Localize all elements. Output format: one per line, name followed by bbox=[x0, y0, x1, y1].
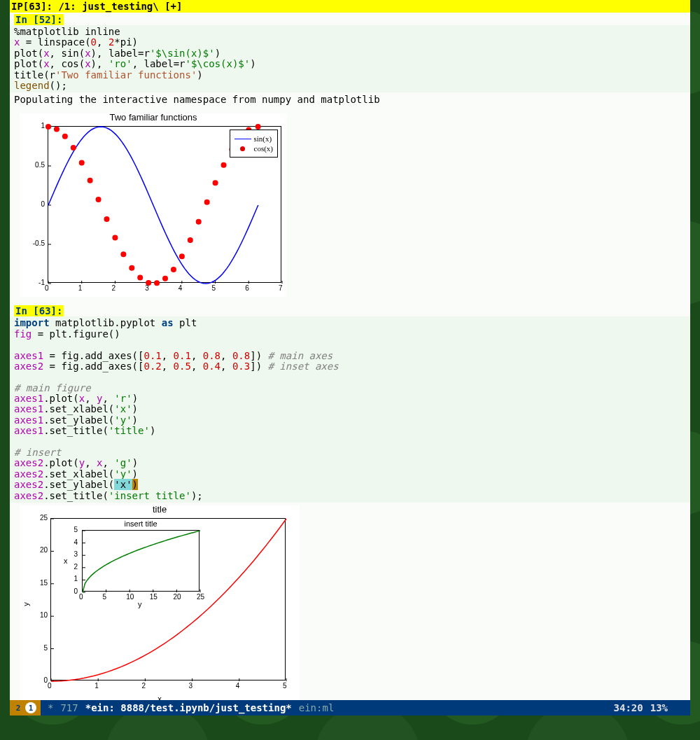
code-tok: , cos( bbox=[50, 58, 85, 69]
code-tok: ) bbox=[132, 468, 138, 480]
plot-2-axes: insert title 0510152025012345yx bbox=[50, 518, 286, 680]
code-tok: ]) bbox=[250, 361, 267, 372]
code-tok: ), label=r bbox=[91, 48, 150, 59]
inset-title: insert title bbox=[83, 519, 199, 528]
code-tok: as bbox=[162, 317, 174, 328]
svg-point-21 bbox=[112, 235, 118, 241]
code-tok: axes2 bbox=[14, 457, 43, 468]
modified-indicator: * bbox=[48, 702, 53, 713]
code-tok: , bbox=[102, 457, 114, 468]
code-tok: '$\cos(x)$' bbox=[185, 58, 250, 69]
svg-point-15 bbox=[62, 134, 68, 139]
code-tok: x bbox=[85, 48, 90, 59]
code-tok: legend bbox=[14, 80, 50, 91]
code-tok: .set_xlabel( bbox=[43, 403, 114, 414]
legend-item: cos(x) bbox=[234, 144, 274, 153]
code-tok: = linspace( bbox=[20, 36, 90, 48]
code-tok: 0.3 bbox=[232, 361, 250, 372]
svg-point-14 bbox=[54, 127, 59, 132]
plot-2-ylabel: y bbox=[22, 602, 30, 606]
code-tok: 0 bbox=[91, 36, 97, 48]
plot-1: Two familiar functions sin(x) cos(x) 012… bbox=[20, 113, 287, 297]
buffer-name[interactable]: *ein: 8888/test.ipynb/just_testing* bbox=[85, 702, 292, 713]
code-tok: .plot( bbox=[43, 393, 79, 404]
major-mode: ein:ml bbox=[299, 702, 335, 713]
code-tok: , bbox=[191, 350, 203, 361]
code-tok: axes1 bbox=[14, 425, 43, 436]
code-tok: plot( bbox=[14, 58, 43, 69]
svg-point-26 bbox=[154, 281, 160, 286]
code-line: %matplotlib inline bbox=[14, 26, 120, 37]
code-tok: x bbox=[85, 58, 90, 69]
code-tok: 0.1 bbox=[144, 350, 161, 361]
code-tok: 'y' bbox=[114, 414, 132, 426]
svg-point-20 bbox=[104, 216, 110, 222]
code-tok: 'title' bbox=[108, 425, 150, 436]
plot-2-xlabel: x bbox=[158, 694, 162, 700]
code-cell-1[interactable]: %matplotlib inline x = linspace(0, 2*pi)… bbox=[10, 25, 690, 92]
code-tok: 0.5 bbox=[174, 361, 191, 372]
code-tok: 0.4 bbox=[203, 361, 220, 372]
legend-line-icon bbox=[234, 139, 251, 139]
code-tok: , sin( bbox=[50, 48, 85, 59]
code-tok: # inset axes bbox=[268, 361, 339, 372]
plot-1-axes: sin(x) cos(x) bbox=[48, 126, 281, 283]
code-tok: axes2 bbox=[14, 490, 43, 501]
code-tok: axes2 bbox=[14, 479, 43, 490]
code-tok: , bbox=[97, 36, 108, 48]
editor-pane[interactable]: IP[63]: /1: just_testing\ [+] In [52]: %… bbox=[10, 0, 690, 700]
code-tok: = fig.add_axes([ bbox=[43, 350, 144, 361]
svg-point-28 bbox=[171, 267, 176, 272]
code-tok: ) bbox=[197, 69, 202, 81]
code-tok: 0.8 bbox=[232, 350, 250, 361]
code-tok: (); bbox=[50, 80, 67, 91]
line-count: 717 bbox=[60, 702, 78, 713]
legend-label: cos(x) bbox=[254, 144, 274, 153]
workspace-num: 2 bbox=[13, 702, 24, 713]
svg-point-17 bbox=[79, 160, 85, 166]
title-bar: IP[63]: /1: just_testing\ [+] bbox=[10, 0, 690, 13]
code-cell-2[interactable]: import matplotlib.pyplot as plt fig = pl… bbox=[10, 316, 690, 503]
svg-point-38 bbox=[255, 124, 261, 130]
code-tok: ) bbox=[150, 425, 155, 436]
code-tok: .set_xlabel( bbox=[43, 468, 114, 480]
code-tok: , bbox=[220, 361, 232, 372]
code-tok: fig bbox=[14, 328, 31, 340]
legend-dot-icon bbox=[234, 146, 251, 151]
code-tok: x bbox=[43, 58, 49, 69]
svg-point-19 bbox=[96, 197, 102, 202]
code-tok: , bbox=[162, 361, 174, 372]
svg-point-33 bbox=[213, 181, 218, 186]
cell-output-text-1: Populating the interactive namespace fro… bbox=[10, 92, 690, 106]
code-tok: axes1 bbox=[14, 403, 43, 414]
code-tok: plot( bbox=[14, 48, 43, 59]
svg-point-16 bbox=[71, 145, 76, 151]
plot-2: title insert title 0510152025012345yx x … bbox=[20, 505, 300, 700]
svg-point-29 bbox=[179, 254, 185, 260]
code-tok: , bbox=[102, 393, 114, 404]
code-tok: 'x' bbox=[114, 403, 132, 414]
legend-item: sin(x) bbox=[234, 134, 274, 143]
code-tok: 0.2 bbox=[144, 361, 161, 372]
plot-1-legend: sin(x) cos(x) bbox=[230, 130, 279, 158]
code-tok: axes1 bbox=[14, 393, 43, 404]
code-tok: .plot( bbox=[43, 457, 79, 468]
code-tok: 0.1 bbox=[174, 350, 191, 361]
cell-prompt-2: In [63]: bbox=[14, 305, 64, 316]
workspace-badge[interactable]: 2 1 bbox=[10, 700, 41, 715]
legend-label: sin(x) bbox=[254, 134, 272, 143]
plot-1-title: Two familiar functions bbox=[20, 112, 287, 123]
code-tok: , bbox=[191, 361, 203, 372]
code-tok: x bbox=[43, 48, 49, 59]
code-tok: matplotlib.pyplot bbox=[50, 317, 162, 328]
code-tok: , bbox=[85, 457, 97, 468]
code-tok: ); bbox=[191, 490, 203, 501]
code-tok: x bbox=[79, 393, 85, 404]
window-num: 1 bbox=[25, 702, 36, 713]
code-tok: axes2 bbox=[14, 361, 43, 372]
code-tok: 'insert title' bbox=[108, 490, 191, 501]
code-tok: .set_title( bbox=[43, 490, 108, 501]
code-tok: = plt.figure() bbox=[31, 328, 120, 340]
code-tok: ) bbox=[132, 403, 138, 414]
code-tok: , bbox=[162, 350, 174, 361]
